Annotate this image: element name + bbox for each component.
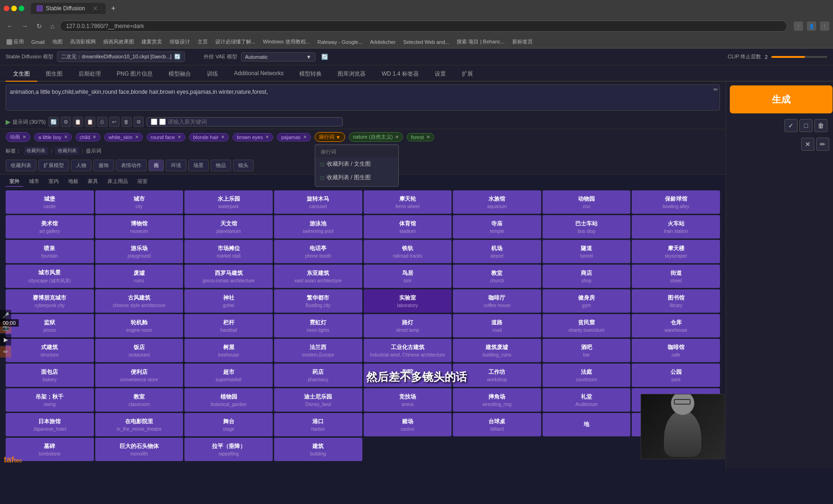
grid-item-13[interactable]: 寺庙temple <box>453 215 541 238</box>
edit-icon[interactable]: ✏ <box>713 86 718 93</box>
profile-btn[interactable]: 👤 <box>807 21 816 31</box>
grid-item-19[interactable]: 电话亭phone booth <box>274 240 362 263</box>
grid-item-1[interactable]: 城市city <box>95 190 184 214</box>
grid-item-57[interactable]: 便利店convenience store <box>95 364 184 387</box>
tag-pajamas[interactable]: pajamas ✕ <box>277 133 311 141</box>
rp-square-btn[interactable]: □ <box>799 119 812 132</box>
subcat-indoor[interactable]: 室内 <box>45 176 63 187</box>
bookmark-raleway[interactable]: Raleway - Google... <box>315 38 366 46</box>
grid-item-20[interactable]: 铁轨railroad tracks <box>364 240 452 263</box>
grid-item-62[interactable]: 法庭courtroom <box>543 364 631 387</box>
bookmark-arki[interactable]: Arkitekcher <box>367 38 398 46</box>
subcat-bathroom[interactable]: 浴室 <box>134 176 151 187</box>
cat-items[interactable]: 物品 <box>211 160 231 171</box>
extensions-btn[interactable]: ⋮ <box>794 21 803 31</box>
prompt-ctrl-7[interactable]: 🗑 <box>121 117 132 127</box>
grid-item-45[interactable]: 道路road <box>453 314 541 337</box>
grid-item-14[interactable]: 巴士车站bus stop <box>543 215 631 238</box>
grid-item-43[interactable]: 霓虹灯neon lights <box>274 314 362 337</box>
grid-item-38[interactable]: 健身房gym <box>543 289 631 313</box>
window-min-btn[interactable] <box>11 6 17 11</box>
grid-item-59[interactable]: 药店pharmacy <box>274 364 362 387</box>
grid-item-77[interactable]: 台球桌billiard <box>453 413 541 436</box>
bookmark-listing[interactable]: 建案赏卖 <box>139 37 165 46</box>
bookmark-home[interactable]: 主页 <box>195 37 211 46</box>
grid-item-33[interactable]: 古风建筑chinese style architecture <box>95 289 184 313</box>
prompt-ctrl-4[interactable]: 📋 <box>85 117 95 127</box>
grid-item-34[interactable]: 神社gohei <box>184 289 273 313</box>
tag-white-skin[interactable]: white_skin ✕ <box>104 133 142 141</box>
bookmark-layout[interactable]: 排版设计 <box>167 37 193 46</box>
generate-btn[interactable]: 生成 <box>730 85 833 113</box>
subcat-furniture[interactable]: 家具 <box>84 176 102 187</box>
grid-item-51[interactable]: 法兰西modern,Europe <box>274 339 362 362</box>
grid-item-25[interactable]: 废墟ruins <box>95 265 184 288</box>
sd-model-refresh[interactable]: 🔄 <box>174 54 181 60</box>
grid-item-8[interactable]: 美术馆art gallery <box>6 215 94 238</box>
tag-pajamas-close[interactable]: ✕ <box>303 134 307 140</box>
vae-model-select[interactable]: Automatic ▼ <box>241 52 316 62</box>
grid-item-27[interactable]: 东亚建筑east asian architecture <box>274 265 362 288</box>
grid-item-44[interactable]: 路灯street lamp <box>364 314 452 337</box>
prompt-ctrl-1[interactable]: 🔄 <box>49 117 59 127</box>
prompt-ctrl-2[interactable]: ⚙ <box>61 117 71 127</box>
grid-item-49[interactable]: 饭店restaurant <box>95 339 184 362</box>
side-icon-brush[interactable]: ✏ <box>0 346 11 357</box>
grid-item-5[interactable]: 水族馆aquarium <box>453 190 541 214</box>
bookmark-selected[interactable]: Selected Web and... <box>400 38 452 46</box>
grid-item-3[interactable]: 旋转木马carousel <box>274 190 362 214</box>
prompt-ctrl-8[interactable]: ⚙ <box>134 117 144 127</box>
grid-item-10[interactable]: 天文馆planetarium <box>184 215 273 238</box>
grid-item-40[interactable]: 监狱prison <box>6 314 94 337</box>
tag-blonde-hair[interactable]: blonde hair ✕ <box>189 133 229 141</box>
grid-item-55[interactable]: 咖啡馆cafe <box>632 339 720 362</box>
cat-people[interactable]: 人物 <box>71 160 92 171</box>
tab-convert[interactable]: 模型转换 <box>292 67 329 82</box>
tag-little-boy[interactable]: a little boy ✕ <box>34 133 72 141</box>
prompt-textarea[interactable]: animation,a little boy,child,white_skin,… <box>6 84 720 111</box>
tab-additional[interactable]: Additional Networks <box>226 67 291 82</box>
tag-animation[interactable]: 动画 ✕ <box>6 132 30 142</box>
grid-item-52[interactable]: 工业化古建筑Industrial wind, Chinese architect… <box>364 339 452 362</box>
menu-btn[interactable]: ⋮ <box>820 21 829 31</box>
prompt-ctrl-5[interactable]: ⎙ <box>97 117 107 127</box>
subcat-floor[interactable]: 地板 <box>64 176 82 187</box>
back-btn[interactable]: ← <box>4 21 16 31</box>
grid-item-75[interactable]: 港口harbor <box>274 413 362 436</box>
bookmark-video[interactable]: 高清影视网 <box>67 37 99 46</box>
bookmark-map[interactable]: 地图 <box>49 37 65 46</box>
vae-refresh-btn[interactable]: 🔄 <box>321 54 328 60</box>
tag-face-close[interactable]: ✕ <box>177 134 181 140</box>
browser-tab[interactable]: Stable Diffusion ✕ <box>31 3 106 14</box>
side-icon-video[interactable]: ▶ <box>0 334 11 345</box>
tag-round-face[interactable]: round face ✕ <box>147 133 185 141</box>
cat-draw[interactable]: 画 <box>148 160 164 171</box>
grid-item-29[interactable]: 教堂church <box>453 265 541 288</box>
grid-item-7[interactable]: 保龄球馆bowling alley <box>632 190 720 214</box>
tab-extensions[interactable]: 扩展 <box>454 67 480 82</box>
new-tab-btn[interactable]: + <box>108 3 118 14</box>
forward-btn[interactable]: → <box>19 21 31 31</box>
rp-edit-btn[interactable]: ✏ <box>816 138 829 151</box>
grid-item-2[interactable]: 水上乐园waterpark <box>184 190 273 214</box>
grid-item-66[interactable]: 植物园botanical_garden <box>184 388 273 412</box>
tag-hair-close[interactable]: ✕ <box>221 134 225 140</box>
tag-animation-close[interactable]: ✕ <box>22 134 26 140</box>
grid-item-11[interactable]: 游泳池swimming pool <box>274 215 362 238</box>
grid-item-78[interactable]: 地 <box>543 413 631 436</box>
grid-item-18[interactable]: 市场摊位market stall <box>184 240 273 263</box>
grid-item-6[interactable]: 动物园zoo <box>543 190 631 214</box>
grid-item-70[interactable]: 礼堂Auditorium <box>543 388 631 412</box>
cat-env[interactable]: 环境 <box>166 160 186 171</box>
grid-item-74[interactable]: 舞台stage <box>184 413 273 436</box>
grid-item-82[interactable]: 拉平（垂降）rappelling <box>184 438 273 461</box>
search-input[interactable] <box>168 119 339 125</box>
cat-scene[interactable]: 场景 <box>188 160 209 171</box>
tag-brown-eyes[interactable]: brown eyes ✕ <box>233 133 273 141</box>
grid-item-24[interactable]: 城市风景cityscape (城市风景) <box>6 265 94 288</box>
tab-postprocess[interactable]: 后期处理 <box>71 67 108 82</box>
grid-item-76[interactable]: 赌场casino <box>364 413 452 436</box>
grid-item-68[interactable]: 竞技场arena <box>364 388 452 412</box>
bookmark-windows[interactable]: Windows 使用教程... <box>260 37 313 46</box>
grid-item-36[interactable]: 实验室laboratory <box>364 289 452 313</box>
